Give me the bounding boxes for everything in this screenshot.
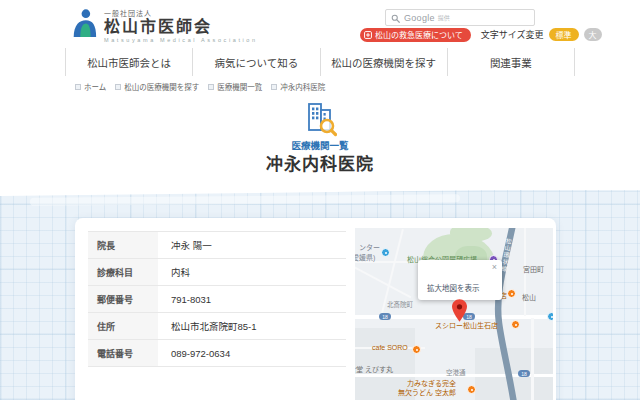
table-row: 住所 松山市北斎院町85-1 — [88, 313, 346, 340]
map-label-center-pref: 愛媛県) — [355, 252, 375, 262]
breadcrumb-icon — [208, 84, 214, 90]
org-name: 松山市医師会 — [104, 18, 258, 36]
map-label-kuko: 空港通 — [446, 367, 466, 377]
breadcrumb-list[interactable]: 医療機関一覧 — [208, 81, 262, 92]
map-label-miyata: 宮田町 — [523, 264, 544, 274]
nav-item-about[interactable]: 松山市医師会とは — [65, 48, 192, 76]
breadcrumb-home[interactable]: ホーム — [75, 81, 106, 92]
poi-icon-udon — [467, 385, 476, 394]
breadcrumb-find[interactable]: 松山の医療機関を探す — [115, 81, 199, 92]
map-label-kitasaiin: 北斎院町 — [387, 299, 413, 309]
org-type: 一般社団法人 — [104, 8, 258, 18]
table-row: 郵便番号 791-8031 — [88, 286, 346, 313]
poi-icon-center — [381, 248, 390, 257]
map-label-matsuyama: 松山 — [522, 292, 536, 302]
table-row: 電話番号 089-972-0634 — [88, 340, 346, 367]
table-row: 院長 冲永 陽一 — [88, 232, 346, 259]
table-row: 診療科目 内科 — [88, 259, 346, 286]
row-value: 内科 — [158, 259, 346, 285]
header: 一般社団法人 松山市医師会 Matsuyama Medical Associat… — [0, 0, 640, 48]
row-label: 住所 — [88, 313, 158, 339]
page: 一般社団法人 松山市医師会 Matsuyama Medical Associat… — [0, 0, 640, 400]
emergency-care-button[interactable]: 松山の救急医療について — [360, 28, 471, 42]
fontsize-label: 文字サイズ変更 — [481, 28, 544, 41]
view-larger-map-link[interactable]: 拡大地図を表示 — [427, 282, 480, 293]
map-label-cafe: cafe SORO — [372, 344, 408, 351]
close-icon[interactable]: × — [492, 263, 497, 272]
row-value: 松山市北斎院町85-1 — [158, 313, 346, 339]
breadcrumb-current: 冲永内科医院 — [271, 81, 325, 92]
row-value: 791-8031 — [158, 286, 346, 312]
detail-card: 院長 冲永 陽一 診療科目 内科 郵便番号 791-8031 住所 松山市北斎院… — [75, 218, 556, 400]
row-value: 089-972-0634 — [158, 340, 346, 366]
search-watermark-note: 提供 — [438, 13, 450, 22]
poi-icon-matsuyama-ten — [507, 289, 516, 298]
nav-item-related[interactable]: 関連事業 — [447, 48, 575, 76]
breadcrumb-icon — [75, 84, 81, 90]
row-label: 電話番号 — [88, 340, 158, 366]
map-label-center: ンター — [359, 242, 380, 252]
site-logo[interactable]: 一般社団法人 松山市医師会 Matsuyama Medical Associat… — [70, 8, 258, 43]
page-title: 冲永内科医院 — [0, 150, 640, 175]
google-map[interactable]: 松山環状線 18 18 18 ンター 愛媛県) 松山総合公園展望広場 宮田町 松… — [355, 228, 553, 400]
route-shield: 18 — [379, 313, 391, 320]
poi-icon-cafe — [412, 345, 421, 354]
breadcrumb-icon — [271, 84, 277, 90]
route-shield: 18 — [518, 370, 530, 377]
map-label-ebisu: 食堂 えびす丸 — [355, 364, 393, 374]
map-info-window: × 拡大地図を表示 — [418, 260, 502, 300]
poi-icon-right-edge — [547, 312, 553, 321]
detail-table: 院長 冲永 陽一 診療科目 内科 郵便番号 791-8031 住所 松山市北斎院… — [88, 231, 346, 367]
search-icon — [391, 9, 400, 27]
poi-icon-sushiro — [511, 320, 520, 329]
row-label: 郵便番号 — [88, 286, 158, 312]
nav-item-diseases[interactable]: 病気について知る — [192, 48, 319, 76]
search-watermark-brand: Google — [404, 13, 435, 23]
fontsize-standard-button[interactable]: 標準 — [549, 28, 579, 41]
emergency-icon — [364, 31, 372, 39]
main-nav: 松山市医師会とは 病気について知る 松山の医療機関を探す 関連事業 — [65, 48, 575, 76]
nav-item-find-institutions[interactable]: 松山の医療機関を探す — [320, 48, 447, 76]
map-label-udon-line2: 無欠うどん 空太郎 — [398, 387, 456, 397]
row-label: 診療科目 — [88, 259, 158, 285]
org-name-en: Matsuyama Medical Association — [104, 37, 258, 43]
building-search-icon — [303, 101, 337, 141]
breadcrumb: ホーム 松山の医療機関を探す 医療機関一覧 冲永内科医院 — [75, 81, 334, 92]
row-value: 冲永 陽一 — [158, 232, 346, 258]
search-input[interactable]: Google 提供 — [385, 9, 535, 26]
map-pin-icon[interactable] — [452, 299, 467, 326]
emergency-label: 松山の救急医療について — [375, 29, 463, 40]
person-logo-icon — [70, 8, 98, 42]
fontsize-large-button[interactable]: 大 — [584, 28, 602, 41]
breadcrumb-icon — [115, 84, 121, 90]
row-label: 院長 — [88, 232, 158, 258]
